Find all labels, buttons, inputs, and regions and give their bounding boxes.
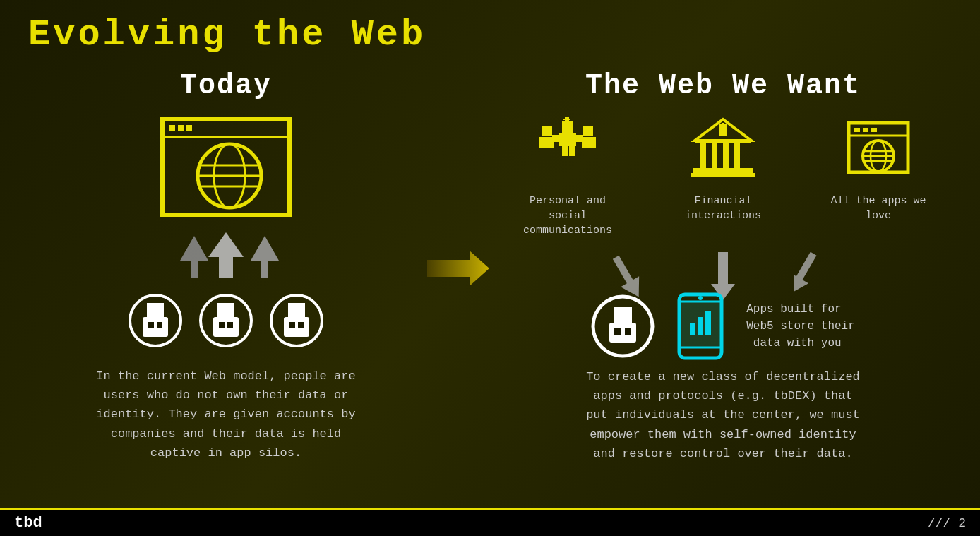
footer-logo: tbd [14, 514, 42, 532]
svg-rect-54 [854, 128, 860, 132]
svg-rect-19 [217, 303, 234, 317]
icon-col-finance: Financial interactions [667, 116, 779, 223]
svg-rect-16 [148, 322, 154, 328]
users-row [127, 292, 325, 349]
svg-rect-3 [178, 125, 184, 131]
browser-icon [155, 116, 297, 222]
apps-label: All the apps we love [822, 193, 935, 223]
svg-rect-50 [722, 123, 724, 125]
arrows-up [162, 229, 289, 285]
svg-rect-33 [542, 126, 552, 136]
svg-rect-67 [609, 323, 636, 343]
svg-rect-55 [863, 128, 868, 132]
user-circle-3 [268, 292, 325, 349]
right-bottom: Apps built forWeb5 store their data with… [591, 291, 855, 362]
left-description: In the current Web model, people are use… [96, 367, 355, 463]
middle-arrow [424, 42, 494, 494]
svg-rect-46 [734, 143, 740, 168]
icon-col-apps: All the apps we love [822, 116, 935, 223]
svg-rect-0 [162, 119, 289, 215]
svg-marker-12 [251, 236, 279, 278]
svg-rect-48 [691, 173, 755, 177]
finance-label: Financial interactions [667, 193, 779, 223]
user-circle-bottom [591, 294, 655, 358]
svg-rect-38 [569, 146, 575, 156]
svg-rect-15 [143, 317, 168, 337]
svg-rect-74 [690, 323, 695, 335]
social-label: Personal and social communications [511, 193, 624, 238]
web-we-want-header: The Web We Want [585, 70, 861, 102]
svg-rect-35 [583, 126, 593, 136]
svg-rect-24 [288, 303, 305, 317]
svg-rect-27 [298, 322, 304, 328]
svg-rect-34 [539, 137, 554, 148]
social-icon [532, 116, 603, 186]
svg-rect-75 [698, 317, 703, 335]
phone-icon [676, 291, 725, 362]
footer: tbd /// 2 [0, 508, 980, 536]
svg-marker-28 [427, 251, 489, 286]
svg-rect-36 [582, 137, 596, 148]
apps-built-label: Apps built forWeb5 store their data with… [746, 301, 855, 352]
svg-rect-69 [625, 328, 631, 335]
svg-rect-66 [614, 307, 632, 323]
svg-rect-51 [722, 133, 724, 136]
main-container: Evolving the Web Today [0, 0, 980, 508]
today-header: Today [180, 70, 272, 102]
left-section: Today [28, 70, 424, 494]
svg-rect-20 [213, 317, 239, 337]
content-area: Today [28, 70, 952, 494]
svg-rect-22 [227, 322, 233, 328]
svg-rect-2 [169, 125, 175, 131]
svg-rect-14 [147, 303, 164, 317]
svg-rect-26 [289, 322, 295, 328]
svg-rect-25 [284, 317, 309, 337]
right-top-icons: Personal and social communications [511, 116, 935, 238]
finance-icon [688, 116, 758, 186]
svg-rect-43 [700, 143, 706, 168]
svg-rect-17 [157, 322, 162, 328]
svg-rect-47 [693, 168, 753, 173]
right-description: To create a new class of decentralized a… [586, 367, 860, 463]
svg-rect-30 [559, 133, 576, 146]
svg-rect-42 [695, 139, 751, 143]
svg-rect-29 [562, 121, 573, 133]
svg-rect-45 [723, 143, 729, 168]
svg-rect-4 [186, 125, 192, 131]
svg-marker-10 [180, 236, 208, 278]
svg-rect-76 [705, 311, 711, 335]
user-circle-1 [127, 292, 184, 349]
icon-col-social: Personal and social communications [511, 116, 624, 238]
footer-page: /// 2 [928, 516, 966, 530]
svg-rect-68 [614, 328, 621, 335]
right-arrow-icon [427, 247, 491, 290]
user-circle-2 [198, 292, 254, 349]
apps-icon [843, 116, 914, 186]
svg-rect-37 [562, 146, 568, 156]
svg-rect-40 [563, 119, 570, 120]
svg-marker-11 [208, 232, 244, 278]
svg-rect-44 [712, 143, 717, 168]
svg-rect-21 [219, 322, 225, 328]
svg-rect-56 [871, 128, 877, 132]
right-section: The Web We Want [494, 70, 952, 494]
svg-point-77 [698, 296, 703, 300]
